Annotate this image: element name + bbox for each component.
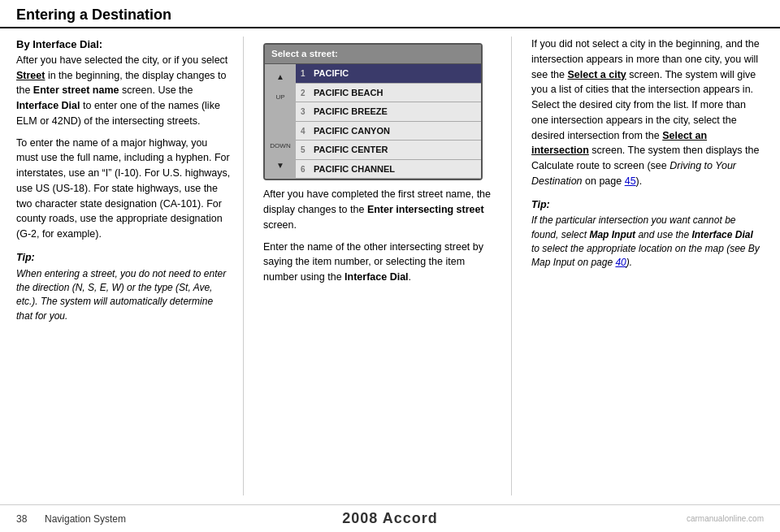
- dial-down-label: DOWN: [270, 141, 290, 151]
- right-tip-italic: If the particular intersection you want …: [531, 214, 760, 268]
- screen-list-item: 4PACIFIC CANYON: [296, 122, 481, 141]
- page-header: Entering a Destination: [0, 0, 780, 28]
- page-40-link[interactable]: 40: [615, 257, 626, 268]
- enter-intersecting-bold: Enter intersecting street: [367, 204, 484, 215]
- screen-list-item: 5PACIFIC CENTER: [296, 141, 481, 160]
- item-label: PACIFIC CENTER: [314, 143, 388, 157]
- item-label: PACIFIC BREEZE: [314, 105, 388, 119]
- screen-body: ▲ UP DOWN ▼ 1PACIFIC2PACIFIC BEACH3PACIF…: [265, 64, 481, 179]
- item-number: 5: [301, 144, 314, 156]
- dial-up-arrow: ▲: [276, 73, 284, 81]
- dial-down-arrow: ▼: [276, 162, 284, 170]
- item-label: PACIFIC CANYON: [314, 124, 390, 138]
- map-input-bold: Map Input: [589, 229, 635, 240]
- item-label: PACIFIC: [314, 67, 349, 80]
- middle-column: Select a street: ▲ UP DOWN ▼ 1PACIFIC2PA…: [252, 37, 512, 495]
- footer-page-number: 38: [16, 513, 27, 525]
- right-tip-text: If the particular intersection you want …: [531, 214, 764, 270]
- left-tip-title: Tip:: [16, 250, 232, 266]
- left-tip-text: When entering a street, you do not need …: [16, 267, 232, 324]
- page-footer: 38 Navigation System 2008 Accord carmanu…: [0, 504, 780, 532]
- dial-up-label: UP: [275, 93, 284, 102]
- item-number: 3: [301, 106, 314, 118]
- screen-list-item: 3PACIFIC BREEZE: [296, 102, 481, 122]
- screen-list-item: 1PACIFIC: [296, 64, 481, 84]
- item-label: PACIFIC BEACH: [314, 86, 383, 100]
- item-number: 1: [301, 67, 314, 80]
- footer-car-model: 2008 Accord: [342, 510, 437, 527]
- right-para1: If you did not select a city in the begi…: [531, 37, 764, 189]
- item-number: 4: [301, 125, 314, 137]
- item-number: 6: [301, 163, 314, 175]
- select-city-link: Select a city: [567, 69, 626, 80]
- interface-dial-bold2: Interface Dial: [344, 271, 409, 283]
- footer-nav-label: Navigation System: [45, 513, 126, 525]
- screen-list-item: 6PACIFIC CHANNEL: [296, 160, 481, 179]
- item-label: PACIFIC CHANNEL: [314, 162, 395, 176]
- left-column: By Interface Dial: After you have select…: [16, 37, 244, 495]
- screen-list: 1PACIFIC2PACIFIC BEACH3PACIFIC BREEZE4PA…: [296, 64, 481, 179]
- page-45-link[interactable]: 45: [625, 175, 636, 187]
- content-area: By Interface Dial: After you have select…: [0, 28, 780, 495]
- screen-dial: ▲ UP DOWN ▼: [265, 64, 296, 179]
- select-intersection-link: Select an intersection: [531, 130, 707, 157]
- left-section-title: By Interface Dial:: [16, 38, 102, 50]
- screen-title-bar: Select a street:: [265, 45, 481, 64]
- footer-watermark: carmanualonline.com: [687, 514, 764, 523]
- interface-dial-bold1: Interface Dial: [16, 100, 80, 111]
- screen-list-item: 2PACIFIC BEACH: [296, 84, 481, 103]
- right-tip-title: Tip:: [531, 197, 764, 213]
- enter-street-name-bold: Enter street name: [33, 84, 119, 96]
- left-para2: To enter the name of a major highway, yo…: [16, 136, 232, 242]
- middle-para1: After you have completed the first stree…: [263, 187, 500, 232]
- right-column: If you did not select a city in the begi…: [520, 37, 764, 495]
- page-title: Entering a Destination: [16, 6, 764, 24]
- page-container: Entering a Destination By Interface Dial…: [0, 0, 780, 532]
- item-number: 2: [301, 87, 314, 99]
- interface-dial-bold3: Interface Dial: [691, 229, 752, 240]
- middle-para2: Enter the name of the other intersecting…: [263, 240, 500, 285]
- street-bold: Street: [16, 70, 45, 81]
- screen-select-street: Select a street: ▲ UP DOWN ▼ 1PACIFIC2PA…: [263, 43, 483, 180]
- calc-route-text: Calculate route to: [531, 160, 611, 171]
